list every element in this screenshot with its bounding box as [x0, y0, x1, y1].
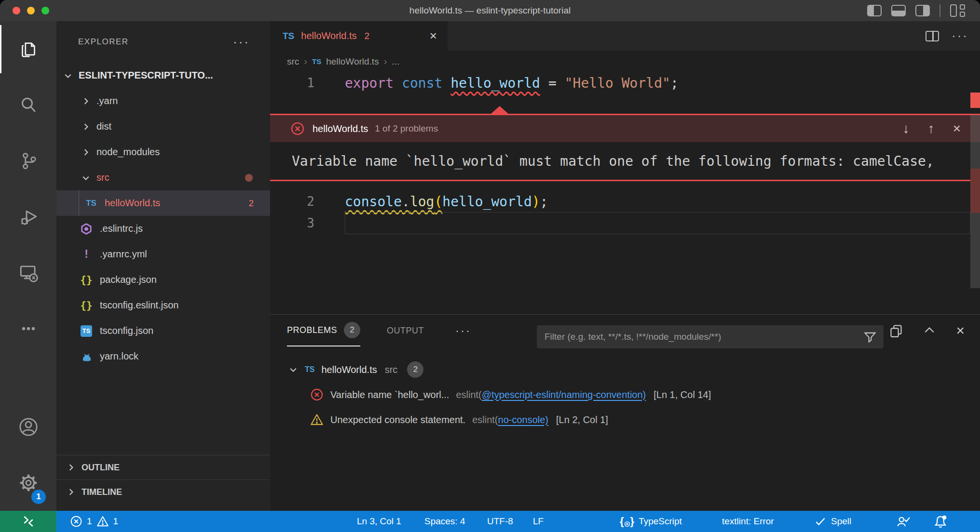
tree-item-yarn-folder[interactable]: .yarn: [56, 88, 270, 114]
json-braces-icon: {}: [80, 274, 93, 286]
explorer-more-icon[interactable]: ···: [233, 35, 250, 50]
group-by-icon[interactable]: [889, 324, 903, 337]
sidebar-toggle-icon[interactable]: [867, 5, 882, 16]
code-editor[interactable]: 1 export const hello_world = "Hello Worl…: [270, 72, 980, 314]
breadcrumb-file[interactable]: helloWorld.ts: [326, 56, 379, 67]
tree-item-label: src: [96, 172, 109, 183]
title-bar: helloWorld.ts — eslint-typescript-tutori…: [0, 0, 980, 21]
tree-item-yarn-lock-file[interactable]: yarn.lock: [56, 344, 270, 369]
line-number: 2: [270, 194, 314, 209]
peek-file-name: helloWorld.ts: [313, 123, 368, 134]
token-const: const: [402, 75, 442, 91]
chevron-right-icon: ›: [384, 56, 387, 67]
tree-item-label: node_modules: [96, 146, 160, 158]
tree-item-dist-folder[interactable]: dist: [56, 114, 270, 139]
problems-group-row[interactable]: TS helloWorld.ts src 2: [270, 357, 423, 382]
modified-dot-badge: [245, 174, 253, 182]
eslint-hexagon-icon: [80, 223, 93, 235]
tab-output[interactable]: OUTPUT: [387, 315, 424, 346]
token-equals: =: [548, 75, 557, 91]
warning-icon: [310, 413, 324, 426]
problem-rule-link[interactable]: no-console): [498, 414, 549, 426]
problems-count-badge: 2: [248, 198, 254, 209]
problems-filter: [537, 325, 884, 348]
cursor-position-label: Ln 3, Col 1: [357, 516, 401, 527]
tree-item-tsconfig-file[interactable]: TS tsconfig.json: [56, 318, 270, 344]
panel-more-icon[interactable]: ···: [455, 324, 471, 337]
outline-section[interactable]: OUTLINE: [56, 455, 270, 479]
problem-rule-link[interactable]: @typescript-eslint/naming-convention): [482, 389, 646, 400]
tree-item-eslintrc-file[interactable]: .eslintrc.js: [56, 216, 270, 241]
panel-toggle-icon[interactable]: [891, 5, 906, 16]
eol-status[interactable]: LF: [533, 511, 544, 532]
language-label: TypeScript: [639, 516, 682, 527]
ts-icon: TS: [84, 199, 98, 208]
token-semicolon: ;: [540, 194, 548, 210]
warning-squiggle-span: console.log(: [345, 194, 442, 210]
notifications-bell-icon[interactable]: [933, 511, 948, 532]
language-status[interactable]: {} TypeScript: [620, 511, 682, 532]
peek-message[interactable]: Variable name `hello_world` must match o…: [270, 142, 980, 180]
peek-problem-count: 1 of 2 problems: [375, 123, 438, 134]
indent-guide: [79, 190, 79, 216]
error-peek-widget: helloWorld.ts 1 of 2 problems ↓ ↑ × Vari…: [270, 114, 980, 181]
maximize-panel-icon[interactable]: [923, 324, 936, 337]
breadcrumb-folder[interactable]: src: [287, 56, 299, 67]
tab-bar: TS helloWorld.ts 2 × ···: [270, 21, 980, 51]
tab-helloworld[interactable]: TS helloWorld.ts 2 ×: [270, 21, 448, 51]
tab-close-icon[interactable]: ×: [430, 28, 437, 43]
next-problem-icon[interactable]: ↓: [903, 121, 910, 136]
account-icon[interactable]: [0, 399, 56, 455]
remote-explorer-icon[interactable]: [0, 245, 56, 301]
previous-problem-icon[interactable]: ↑: [928, 121, 935, 136]
peek-header: helloWorld.ts 1 of 2 problems ↓ ↑ ×: [270, 115, 980, 142]
encoding-status[interactable]: UTF-8: [487, 511, 513, 532]
tree-item-node-modules-folder[interactable]: node_modules: [56, 139, 270, 165]
workbench: 1 EXPLORER ··· ESLINT-TYPESCRIPT-TUTO...…: [0, 21, 980, 511]
breadcrumb-symbol[interactable]: ...: [392, 56, 399, 67]
cursor-position[interactable]: Ln 3, Col 1: [357, 511, 401, 532]
token-open-paren: (: [434, 194, 442, 210]
run-debug-icon[interactable]: [0, 189, 56, 245]
warning-count: 1: [113, 516, 119, 527]
problems-status[interactable]: 1 1: [70, 511, 118, 532]
spell-status[interactable]: Spell: [814, 511, 851, 532]
textlint-status[interactable]: textlint: Error: [722, 511, 774, 532]
remote-indicator[interactable]: [0, 511, 56, 532]
tree-item-tsconfig-eslint-file[interactable]: {} tsconfig.eslint.json: [56, 293, 270, 318]
settings-gear-icon[interactable]: 1: [0, 455, 56, 511]
tree-item-yarnrc-file[interactable]: ! .yarnrc.yml: [56, 241, 270, 267]
tree-item-helloworld-file[interactable]: TS helloWorld.ts 2: [56, 190, 270, 216]
tree-item-src-folder[interactable]: src: [56, 165, 270, 190]
editor-more-icon[interactable]: ···: [952, 28, 968, 43]
editor-scrollbar[interactable]: [970, 72, 980, 314]
close-panel-icon[interactable]: ×: [956, 322, 965, 339]
problem-location: [Ln 1, Col 14]: [653, 389, 711, 400]
more-icon[interactable]: [0, 301, 56, 357]
explorer-icon[interactable]: [0, 21, 56, 77]
tab-problems[interactable]: PROBLEMS 2: [287, 315, 360, 346]
warning-icon: [96, 515, 109, 528]
customize-layout-icon[interactable]: [950, 4, 966, 17]
error-count: 1: [87, 516, 92, 527]
tree-item-root[interactable]: ESLINT-TYPESCRIPT-TUTO...: [56, 63, 270, 88]
problem-row-warning[interactable]: Unexpected console statement. eslint( no…: [270, 407, 608, 432]
token-string: "Hello World": [565, 75, 670, 91]
split-editor-icon[interactable]: [926, 31, 939, 41]
feedback-icon[interactable]: [896, 511, 911, 532]
search-icon[interactable]: [0, 77, 56, 133]
tree-item-label: yarn.lock: [100, 351, 138, 362]
close-window-button[interactable]: [13, 7, 20, 14]
timeline-section[interactable]: TIMELINE: [56, 479, 270, 504]
indentation-status[interactable]: Spaces: 4: [424, 511, 465, 532]
filter-input[interactable]: [537, 325, 884, 348]
activity-bar: 1: [0, 21, 56, 511]
close-peek-icon[interactable]: ×: [953, 121, 961, 136]
zoom-window-button[interactable]: [41, 7, 49, 14]
secondary-sidebar-toggle-icon[interactable]: [915, 5, 930, 16]
source-control-icon[interactable]: [0, 133, 56, 189]
problem-row-error[interactable]: Variable name `hello_worl... eslint( @ty…: [270, 382, 711, 407]
minimize-window-button[interactable]: [27, 7, 35, 14]
indentation-label: Spaces: 4: [424, 516, 465, 527]
tree-item-package-json-file[interactable]: {} package.json: [56, 267, 270, 293]
